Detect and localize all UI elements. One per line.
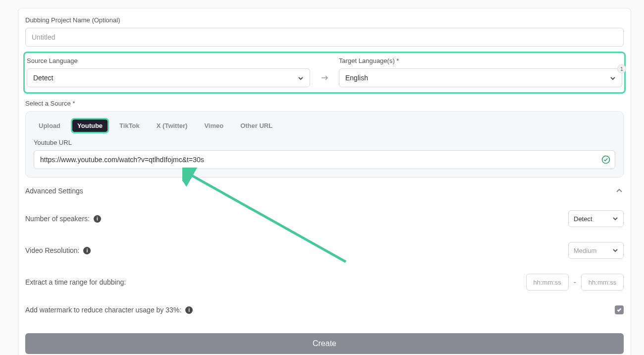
time-separator: - — [574, 278, 576, 287]
chevron-down-icon — [610, 75, 616, 81]
speakers-select[interactable]: Detect — [568, 210, 624, 227]
time-range-label: Extract a time range for dubbing: — [25, 278, 126, 286]
resolution-select[interactable]: Medium — [568, 242, 624, 259]
advanced-settings-label: Advanced Settings — [25, 187, 83, 195]
speakers-value: Detect — [574, 215, 592, 223]
advanced-settings-header[interactable]: Advanced Settings — [25, 186, 624, 195]
youtube-url-label: Youtube URL — [34, 139, 615, 146]
watermark-checkbox[interactable] — [615, 305, 624, 314]
tab-x-twitter[interactable]: X (Twitter) — [152, 119, 193, 132]
source-language-select[interactable]: Detect — [27, 68, 310, 87]
chevron-down-icon — [298, 75, 304, 81]
info-icon[interactable]: i — [94, 215, 101, 223]
source-box: Upload Youtube TikTok X (Twitter) Vimeo … — [25, 111, 624, 178]
language-highlight: Source Language Detect Target Language(s… — [23, 52, 626, 94]
tab-upload[interactable]: Upload — [34, 119, 65, 132]
project-name-input[interactable] — [25, 28, 624, 47]
target-count-badge: 1 — [617, 64, 626, 73]
source-tabs: Upload Youtube TikTok X (Twitter) Vimeo … — [34, 119, 615, 132]
watermark-row: Add watermark to reduce character usage … — [25, 305, 624, 314]
dubbing-form: Dubbing Project Name (Optional) Source L… — [18, 8, 631, 355]
chevron-up-icon — [615, 186, 624, 195]
time-range-row: Extract a time range for dubbing: - — [25, 274, 624, 291]
time-end-input[interactable] — [581, 274, 624, 291]
tab-tiktok[interactable]: TikTok — [114, 119, 145, 132]
source-language-value: Detect — [33, 74, 53, 82]
source-language-col: Source Language Detect — [27, 56, 310, 87]
time-start-input[interactable] — [526, 274, 569, 291]
chevron-down-icon — [612, 247, 618, 253]
tab-youtube[interactable]: Youtube — [72, 119, 107, 132]
tab-vimeo[interactable]: Vimeo — [199, 119, 228, 132]
watermark-label: Add watermark to reduce character usage … — [25, 306, 181, 314]
select-source-label: Select a Source * — [25, 100, 624, 107]
create-button[interactable]: Create — [25, 333, 624, 354]
info-icon[interactable]: i — [83, 247, 91, 254]
resolution-row: Video Resolution: i Medium — [25, 242, 624, 259]
arrow-right-icon — [317, 68, 332, 87]
chevron-down-icon — [612, 216, 618, 222]
target-language-col: Target Language(s) * English 1 — [339, 56, 622, 87]
info-icon[interactable]: i — [185, 306, 193, 314]
speakers-row: Number of speakers: i Detect — [25, 210, 624, 227]
project-name-label: Dubbing Project Name (Optional) — [25, 16, 624, 24]
tab-other-url[interactable]: Other URL — [235, 119, 277, 132]
resolution-label: Video Resolution: — [25, 246, 79, 254]
source-language-label: Source Language — [27, 57, 310, 64]
youtube-url-input[interactable] — [34, 150, 615, 169]
target-language-label: Target Language(s) * — [339, 57, 622, 64]
target-language-select[interactable]: English — [339, 68, 622, 87]
target-language-value: English — [345, 74, 368, 82]
check-circle-icon — [601, 155, 610, 164]
resolution-value: Medium — [574, 247, 596, 254]
speakers-label: Number of speakers: — [25, 215, 90, 223]
